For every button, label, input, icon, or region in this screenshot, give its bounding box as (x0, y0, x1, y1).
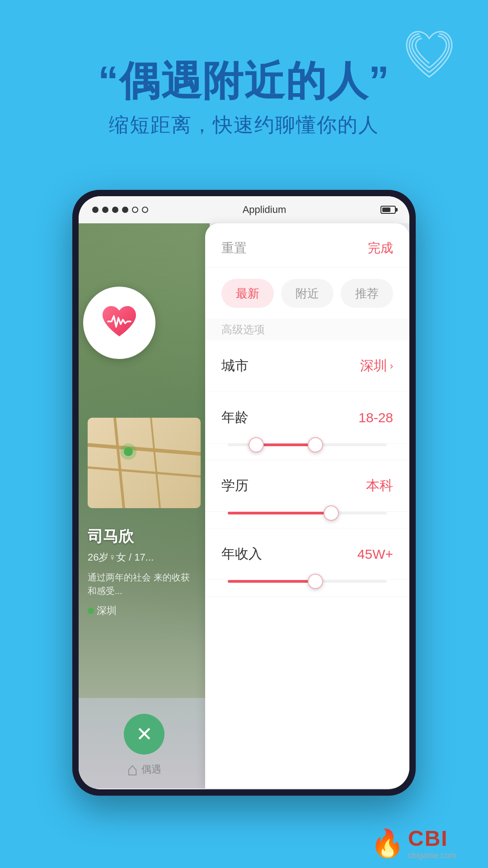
profile-location: 深圳 (88, 604, 196, 618)
dot-2 (102, 207, 108, 213)
dot-1 (92, 207, 99, 213)
close-button[interactable]: ✕ (124, 714, 164, 755)
city-label: 城市 (221, 357, 249, 375)
education-slider-container (205, 512, 409, 528)
cbi-text-area: CBI cbigame.com (408, 826, 456, 860)
income-slider-container (205, 580, 409, 597)
age-row: 年龄 18-28 (205, 392, 409, 443)
age-slider-thumb-left[interactable] (249, 437, 264, 453)
tab-recommended[interactable]: 推荐 (341, 279, 393, 308)
education-value: 本科 (366, 476, 393, 495)
education-label: 学历 (221, 476, 249, 495)
education-slider-track[interactable] (228, 512, 387, 514)
age-slider-container (205, 443, 409, 460)
bottom-action-area: ✕ ⌂ 偶遇 (79, 698, 210, 788)
age-slider-fill (256, 443, 315, 446)
status-right (380, 206, 396, 214)
svg-line-2 (115, 418, 124, 508)
cbi-main-text: CBI (408, 826, 456, 851)
location-dot-icon (88, 608, 94, 614)
battery-icon (380, 206, 396, 214)
reset-button[interactable]: 重置 (221, 240, 247, 257)
dot-4 (122, 207, 128, 213)
main-panel: 重置 完成 最新 附近 推荐 高级选项 城市 深圳 › 年龄 (205, 223, 409, 788)
education-slider-thumb[interactable] (324, 505, 339, 521)
headline-area: “偶遇附近的人” 缩短距离，快速约聊懂你的人 (0, 59, 488, 138)
dot-3 (112, 207, 118, 213)
city-chevron-icon: › (390, 360, 393, 372)
age-label: 年龄 (221, 408, 249, 427)
fire-icon: 🔥 (371, 827, 404, 859)
age-value: 18-28 (358, 410, 393, 425)
cbi-watermark: 🔥 CBI cbigame.com (371, 818, 488, 868)
battery-fill (382, 208, 390, 212)
tab-area: 最新 附近 推荐 (205, 268, 409, 319)
done-button[interactable]: 完成 (368, 240, 393, 257)
panel-header: 重置 完成 (205, 223, 409, 268)
profile-bio: 通过两年的社会 来的收获和感受... (88, 571, 196, 598)
dot-5 (132, 207, 138, 213)
education-row: 学历 本科 (205, 460, 409, 512)
status-bar: Applidium (79, 196, 409, 223)
phone-screen: Applidium (79, 196, 409, 789)
income-slider-track[interactable] (228, 580, 387, 583)
profile-info: 26岁♀女 / 17... (88, 551, 196, 564)
svg-line-0 (88, 445, 201, 454)
headline-text: “偶遇附近的人” (0, 59, 488, 104)
carrier-label: Applidium (243, 204, 286, 216)
income-slider-thumb[interactable] (308, 574, 323, 589)
section-label: 高级选项 (205, 319, 409, 340)
home-nav-area[interactable]: ⌂ 偶遇 (127, 759, 161, 779)
profile-name: 司马欣 (88, 526, 196, 547)
close-x-icon: ✕ (136, 724, 153, 744)
income-slider-fill (228, 580, 315, 583)
signal-dots (92, 207, 148, 213)
age-slider-thumb-right[interactable] (308, 437, 323, 453)
income-label: 年收入 (221, 545, 262, 563)
svg-line-1 (88, 467, 201, 476)
svg-point-5 (120, 443, 136, 460)
education-slider-fill (228, 512, 331, 514)
city-value: 深圳 › (360, 357, 393, 375)
tab-nearby[interactable]: 附近 (281, 279, 333, 308)
quote-right: ” (369, 58, 390, 104)
app-icon (83, 287, 155, 359)
bg-photo: 司马欣 26岁♀女 / 17... 通过两年的社会 来的收获和感受... 深圳 … (79, 223, 210, 788)
tab-latest[interactable]: 最新 (221, 279, 274, 308)
home-label: 偶遇 (141, 763, 161, 776)
age-slider-track[interactable] (228, 443, 387, 446)
profile-area: 司马欣 26岁♀女 / 17... 通过两年的社会 来的收获和感受... 深圳 (79, 517, 205, 627)
dot-6 (142, 207, 148, 213)
map-area (88, 418, 201, 508)
subheadline: 缩短距离，快速约聊懂你的人 (0, 112, 488, 138)
location-text: 深圳 (97, 604, 117, 618)
phone-mockup: Applidium (72, 190, 416, 796)
city-row[interactable]: 城市 深圳 › (205, 340, 409, 392)
cbi-sub-text: cbigame.com (408, 851, 456, 860)
home-icon: ⌂ (127, 759, 138, 779)
income-row: 年收入 45W+ (205, 528, 409, 580)
quote-left: “ (98, 58, 119, 104)
income-value: 45W+ (357, 547, 393, 562)
svg-line-3 (151, 418, 160, 508)
